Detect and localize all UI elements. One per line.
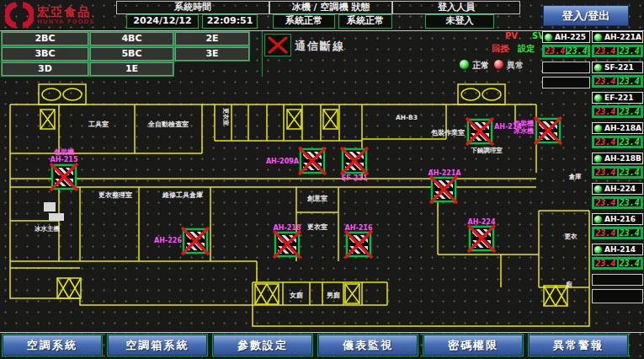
unit-SF-221-values: 23.4 23.4 [592,75,643,88]
unit-name: AH-218B [604,154,641,163]
room-label-cooking: 下鍋調理室 [470,147,503,154]
floor-button-5bc[interactable]: 5BC [90,47,173,61]
floor-button-2bc[interactable]: 2BC [2,32,88,46]
comm-loss-label: 通信斷線 [295,39,345,54]
plan-unit-ah224[interactable]: AH-224 [468,218,496,252]
status-led-icon [593,94,603,103]
room-label-toilet-right: 廁 [565,281,572,288]
brand-name-en: HUNYA FOODS [37,19,94,25]
floor-selector: 2BC 4BC 2E 3BC 5BC 3E 3D 1E [2,32,249,76]
pv-value: 23.4 [593,228,618,238]
unit-name: AH-218A [604,124,641,132]
room-label-packing: 包裝作業室 [430,128,465,137]
floor-button-4bc[interactable]: 4BC [90,32,173,46]
unit-name: SF-221 [604,63,634,72]
floor-button-1e[interactable]: 1E [90,62,173,76]
chiller-status-value: 系統正常 [273,14,335,29]
unit-AH-214[interactable]: AH-214 [592,244,643,255]
room-label-dressing-mid: 更衣室 [307,222,327,231]
plan-unit-ah226[interactable]: AH-226 [154,228,209,255]
unit-EF-221-values: 23.4 23.4 [592,105,643,118]
stairs-icon [255,284,279,304]
pv-value: 23.4 [593,77,618,86]
plan-unit-sf221[interactable]: SF-221 [341,147,368,182]
floor-button-3d[interactable]: 3D [2,62,88,76]
nav-meter-monitoring[interactable]: 儀表監視 [318,335,418,356]
pv-value: 23.4 [544,46,567,56]
plan-unit-ah209a[interactable]: AH-209A [266,147,326,174]
pv-value: 23.4 [593,107,618,116]
unit-AH-225[interactable]: AH-225 [542,31,590,43]
status-led-icon [593,154,603,163]
units-panel-left-column: AH-225 23.4 23.4 [542,31,590,92]
unit-name: AH-225 [555,33,586,41]
empty-slot [592,289,643,303]
abnormal-legend-label: 異常 [507,60,524,72]
nav-ahu-system[interactable]: 空調箱系統 [108,335,207,356]
unit-AH-218A-values: 23.4 23.4 [592,136,643,148]
unit-AH-216[interactable]: AH-216 [592,213,643,225]
nav-password-authority[interactable]: 密碼權限 [423,335,523,356]
empty-slot [542,77,590,88]
unit-SF-221[interactable]: SF-221 [592,62,643,73]
brand-logo: 宏亞食品 HUNYA FOODS [5,2,94,29]
elevator-icon [458,84,505,104]
pv-legend: PV [505,31,518,40]
room-label-dressing-top: 更衣室 [222,107,230,126]
status-led-icon [544,33,553,42]
unit-AH-224-values: 23.4 23.4 [592,196,643,209]
unit-name: AH-221A [604,33,641,41]
abnormal-led-icon [493,59,504,70]
sv-value: 23.4 [618,198,642,207]
sv-value: 23.4 [618,46,642,56]
chiller-machine-icon [44,202,64,221]
system-time-header: 系統時間 [116,1,269,14]
brand-name: 宏亞食品 [37,6,94,19]
login-logout-button[interactable]: 登入/登出 [543,5,629,26]
machine-status-header: 冰機 / 空調機 狀態 [269,1,392,14]
unit-AH-214-values: 23.4 23.4 [592,257,643,270]
nav-parameter-settings[interactable]: 參數設定 [213,335,312,356]
normal-legend-label: 正常 [472,60,489,72]
empty-slot [592,274,643,286]
pv-value: 23.4 [593,46,618,56]
plan-unit-packer-chiller[interactable]: 包裝機 冰水機 [513,117,562,144]
status-led-icon [593,33,603,42]
floor-button-3e[interactable]: 3E [175,47,249,61]
stairs-icon [40,110,55,129]
unit-AH-221A[interactable]: AH-221A [592,31,643,43]
nav-abnormal-alarm[interactable]: 異常警報 [529,335,628,356]
login-user-header: 登入人員 [392,1,520,14]
floor-button-2e[interactable]: 2E [175,32,249,46]
plan-unit-label: AH-218 [274,224,301,232]
comm-loss-icon [264,34,291,56]
plan-unit-ah215[interactable]: 包裝機 AH-215 [51,148,78,190]
plan-unit-label: 冰水機 [514,127,534,135]
room-label-autocheck: 全自動檢查室 [147,120,189,128]
status-led-icon [593,245,603,255]
room-label-maintenance: 維修工具倉庫 [162,190,203,199]
pv-value: 23.4 [593,259,618,268]
normal-led-icon [459,59,470,70]
plan-unit-ah221a[interactable]: AH-221A [428,169,461,203]
stairs-icon [544,286,567,306]
plan-unit-label: 包裝機 [513,120,534,127]
system-time-value: 22:09:51 [202,14,258,29]
unit-AH-218B[interactable]: AH-218B [592,153,643,164]
plan-unit-label: AH-209A [266,158,300,165]
pv-desc-legend: 回授 [492,43,508,55]
plan-unit-ah216[interactable]: AH-216 [345,224,373,258]
unit-AH-224[interactable]: AH-224 [592,183,643,195]
sv-value: 23.4 [567,46,589,56]
unit-AH-218A[interactable]: AH-218A [592,122,643,134]
pv-value: 23.4 [593,198,618,207]
room-label-tool: 工具室 [88,120,109,128]
floor-plan: 包裝機 AH-215 AH-226 AH-209A SF-221 AH-218 … [0,78,644,333]
plan-unit-ah218[interactable]: AH-218 [274,224,301,258]
floor-button-3bc[interactable]: 3BC [2,47,88,61]
unit-AH-225-values: 23.4 23.4 [542,45,590,57]
status-led-icon [593,63,603,72]
nav-ac-system[interactable]: 空調系統 [3,335,102,356]
unit-EF-221[interactable]: EF-221 [592,92,643,104]
unit-AH-221A-values: 23.4 23.4 [592,45,643,57]
